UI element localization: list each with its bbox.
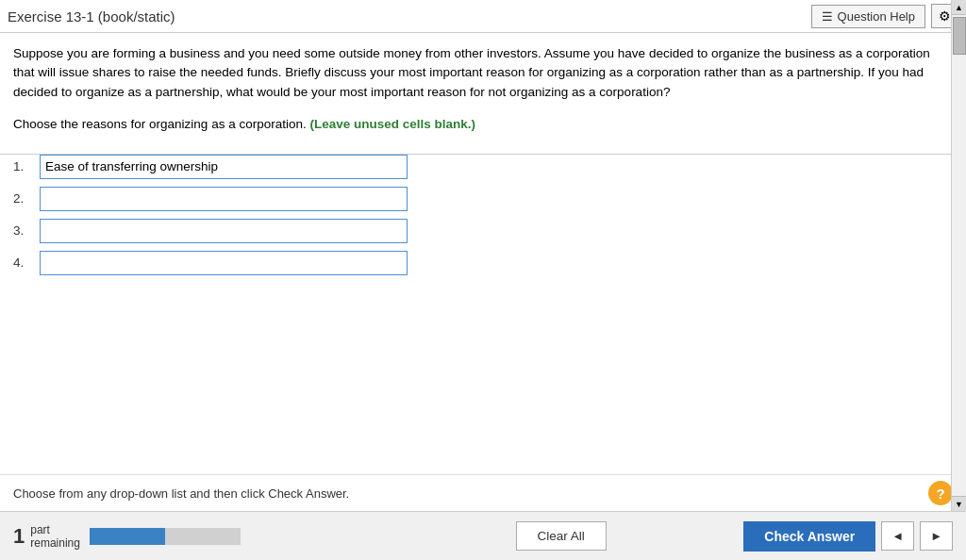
progress-filled — [90, 528, 165, 545]
scrollbar-up-button[interactable]: ▲ — [952, 0, 966, 15]
footer-left: 1 part remaining — [13, 523, 378, 550]
scrollbar-thumb[interactable] — [953, 17, 966, 55]
progress-empty — [165, 528, 241, 545]
answer-row-1: 1. — [13, 155, 953, 179]
answer-input-2[interactable] — [40, 187, 408, 211]
answer-row-4: 4. — [13, 251, 953, 275]
footer-right: Check Answer ◄ ► — [743, 521, 953, 552]
answer-row-2: 2. — [13, 187, 953, 211]
instruction-highlight: (Leave unused cells blank.) — [309, 117, 475, 131]
footer: 1 part remaining Clear All Check Answer … — [0, 511, 966, 560]
gear-icon: ⚙ — [939, 8, 951, 24]
remaining-label: remaining — [30, 536, 80, 550]
scrollbar-down-button[interactable]: ▼ — [952, 496, 966, 511]
part-info: part remaining — [30, 523, 80, 550]
header-right: ☰ Question Help ⚙ — [811, 4, 958, 28]
question-help-button[interactable]: ☰ Question Help — [811, 5, 925, 28]
question-text: Suppose you are forming a business and y… — [13, 44, 953, 102]
answer-row-3: 3. — [13, 219, 953, 243]
answer-input-4[interactable] — [40, 251, 408, 275]
answer-input-3[interactable] — [40, 219, 408, 243]
row-number-1: 1. — [13, 159, 40, 173]
answer-input-1[interactable] — [40, 155, 408, 179]
help-circle-button[interactable]: ? — [928, 481, 953, 505]
instruction-prefix: Choose the reasons for organizing as a c… — [13, 117, 307, 131]
scrollbar[interactable]: ▲ ▼ — [951, 0, 966, 511]
nav-next-button[interactable]: ► — [920, 521, 953, 551]
status-text: Choose from any drop-down list and then … — [13, 486, 349, 501]
main-content: Suppose you are forming a business and y… — [0, 33, 966, 155]
row-number-3: 3. — [13, 223, 40, 238]
footer-center: Clear All — [378, 521, 743, 551]
part-label: part — [30, 523, 80, 536]
exercise-title: Exercise 13-1 (book/static) — [8, 8, 175, 25]
check-answer-button[interactable]: Check Answer — [743, 521, 875, 552]
list-icon: ☰ — [822, 9, 833, 24]
header: Exercise 13-1 (book/static) ☰ Question H… — [0, 0, 966, 33]
answer-section: 1. 2. 3. 4. — [0, 155, 966, 275]
question-help-label: Question Help — [838, 9, 915, 24]
instruction: Choose the reasons for organizing as a c… — [13, 117, 953, 131]
part-number: 1 — [13, 526, 25, 547]
nav-prev-button[interactable]: ◄ — [881, 521, 914, 551]
row-number-4: 4. — [13, 255, 40, 270]
status-bar: Choose from any drop-down list and then … — [0, 474, 966, 511]
progress-bar — [90, 528, 241, 545]
clear-all-button[interactable]: Clear All — [516, 521, 607, 551]
row-number-2: 2. — [13, 191, 40, 206]
